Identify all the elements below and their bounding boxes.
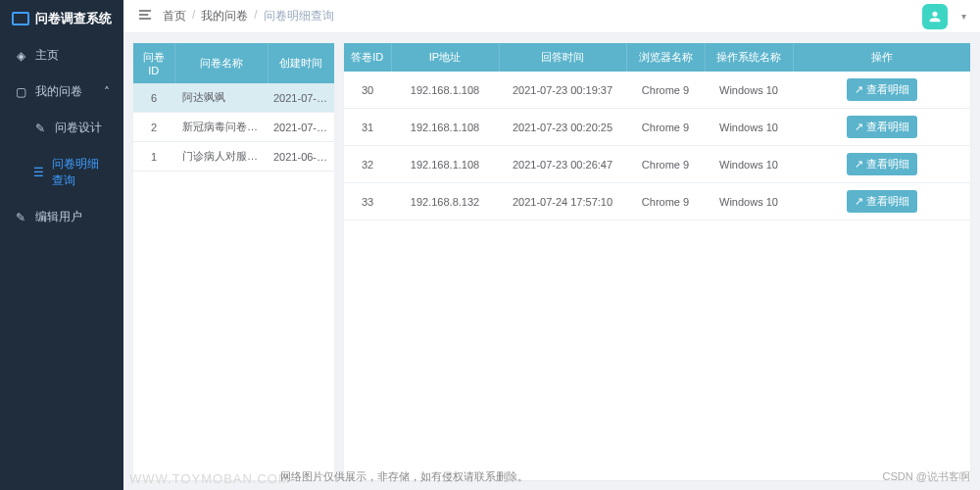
topbar: 首页 / 我的问卷 / 问卷明细查询 ▾ [123,0,980,33]
cell-id: 30 [344,72,391,109]
cell-name: 门诊病人对服务体会与满意程... [174,142,268,172]
main-area: 首页 / 我的问卷 / 问卷明细查询 ▾ 问卷ID 问卷名称 创建时间 [123,0,980,490]
cell-browser: Chrome 9 [626,146,705,183]
view-detail-button[interactable]: ↗ 查看明细 [847,190,917,213]
survey-table: 问卷ID 问卷名称 创建时间 6 阿达飒飒 2021-07-132 新冠病毒问卷… [133,43,334,172]
col-header: 答卷ID [344,43,391,72]
col-header: 操作 [793,43,970,72]
cell-ip: 192.168.1.108 [391,109,499,146]
table-row: 32 192.168.1.108 2021-07-23 00:26:47 Chr… [344,146,970,183]
col-header: 创建时间 [268,43,334,83]
footer-note: 网络图片仅供展示，非存储，如有侵权请联系删除。 [280,469,528,484]
sidebar-item-design[interactable]: ✎ 问卷设计 [0,110,123,146]
button-label: 查看明细 [866,194,909,209]
breadcrumb: 首页 / 我的问卷 / 问卷明细查询 [163,8,334,24]
breadcrumb-item[interactable]: 首页 [163,8,186,24]
submenu-survey: ✎ 问卷设计 ☰ 问卷明细查询 [0,110,123,199]
chevron-down-icon[interactable]: ▾ [961,11,966,22]
avatar[interactable] [922,4,948,29]
survey-list-panel: 问卷ID 问卷名称 创建时间 6 阿达飒飒 2021-07-132 新冠病毒问卷… [133,43,334,480]
dashboard-icon: ◈ [14,49,27,63]
cell-os: Windows 10 [705,72,793,109]
external-icon: ↗ [855,158,863,171]
cell-action: ↗ 查看明细 [793,72,970,109]
cell-name: 新冠病毒问卷调查 [174,113,268,142]
cell-action: ↗ 查看明细 [793,146,970,183]
answer-list-panel: 答卷ID IP地址 回答时间 浏览器名称 操作系统名称 操作 30 192.16… [344,43,970,480]
col-header: 回答时间 [499,43,626,72]
table-row[interactable]: 6 阿达飒飒 2021-07-13 [133,83,334,113]
table-row: 31 192.168.1.108 2021-07-23 00:20:25 Chr… [344,109,970,146]
cell-browser: Chrome 9 [626,183,705,220]
cell-browser: Chrome 9 [626,72,705,109]
cell-id: 31 [344,109,391,146]
table-row[interactable]: 2 新冠病毒问卷调查 2021-07-08 [133,113,334,142]
cell-action: ↗ 查看明细 [793,109,970,146]
breadcrumb-current: 问卷明细查询 [264,8,334,24]
cell-time: 2021-07-23 00:19:37 [499,72,626,109]
edit-user-icon: ✎ [14,211,27,224]
list-icon: ☰ [33,166,44,179]
cell-id: 33 [344,183,391,220]
document-icon: ▢ [14,85,27,99]
table-row[interactable]: 1 门诊病人对服务体会与满意程... 2021-06-20 [133,142,334,172]
view-detail-button[interactable]: ↗ 查看明细 [847,153,917,175]
chevron-up-icon: ˄ [104,85,110,99]
cell-id: 1 [133,142,174,172]
sidebar-item-detail-query[interactable]: ☰ 问卷明细查询 [0,146,123,199]
cell-ip: 192.168.1.108 [391,72,499,109]
edit-icon: ✎ [33,122,47,135]
cell-name: 阿达飒飒 [174,83,268,113]
sidebar-item-survey[interactable]: ▢ 我的问卷 ˄ [0,74,123,110]
cell-date: 2021-06-20 [268,142,334,172]
answer-table: 答卷ID IP地址 回答时间 浏览器名称 操作系统名称 操作 30 192.16… [344,43,970,220]
app-title: 问卷调查系统 [35,10,112,27]
sidebar-item-label: 编辑用户 [35,209,82,225]
app-logo: 问卷调查系统 [0,0,123,37]
sidebar-item-label: 问卷设计 [55,120,102,136]
view-detail-button[interactable]: ↗ 查看明细 [847,116,917,138]
external-icon: ↗ [855,83,863,96]
sidebar-item-label: 主页 [35,47,59,64]
cell-time: 2021-07-24 17:57:10 [499,183,626,220]
breadcrumb-separator: / [192,8,195,24]
cell-os: Windows 10 [705,183,793,220]
col-header: 浏览器名称 [626,43,705,72]
cell-id: 32 [344,146,391,183]
button-label: 查看明细 [866,157,909,172]
cell-ip: 192.168.8.132 [391,183,499,220]
breadcrumb-separator: / [254,8,257,24]
cell-browser: Chrome 9 [626,109,705,146]
cell-action: ↗ 查看明细 [793,183,970,220]
cell-ip: 192.168.1.108 [391,146,499,183]
table-row: 33 192.168.8.132 2021-07-24 17:57:10 Chr… [344,183,970,220]
watermark: WWW.TOYMOBAN.COM [129,471,290,486]
content: 问卷ID 问卷名称 创建时间 6 阿达飒飒 2021-07-132 新冠病毒问卷… [123,33,980,490]
external-icon: ↗ [855,195,863,208]
cell-time: 2021-07-23 00:26:47 [499,146,626,183]
sidebar-item-edit-user[interactable]: ✎ 编辑用户 [0,199,123,235]
cell-time: 2021-07-23 00:20:25 [499,109,626,146]
breadcrumb-item[interactable]: 我的问卷 [201,8,248,24]
cell-date: 2021-07-13 [268,83,334,113]
cell-os: Windows 10 [705,146,793,183]
button-label: 查看明细 [866,82,909,97]
cell-date: 2021-07-08 [268,113,334,142]
col-header: 问卷名称 [174,43,268,83]
col-header: 问卷ID [133,43,174,83]
button-label: 查看明细 [866,120,909,134]
external-icon: ↗ [855,121,863,133]
col-header: 操作系统名称 [705,43,793,72]
sidebar: 问卷调查系统 ◈ 主页 ▢ 我的问卷 ˄ ✎ 问卷设计 ☰ 问卷明细查询 ✎ 编… [0,0,123,490]
csdn-credit: CSDN @说书客啊 [883,469,970,484]
logo-icon [12,12,29,25]
cell-id: 6 [133,83,174,113]
cell-os: Windows 10 [705,109,793,146]
cell-id: 2 [133,113,174,142]
hamburger-icon[interactable] [137,7,153,25]
col-header: IP地址 [391,43,499,72]
view-detail-button[interactable]: ↗ 查看明细 [847,78,917,101]
sidebar-item-label: 问卷明细查询 [52,156,110,189]
table-row: 30 192.168.1.108 2021-07-23 00:19:37 Chr… [344,72,970,109]
sidebar-item-home[interactable]: ◈ 主页 [0,37,123,74]
